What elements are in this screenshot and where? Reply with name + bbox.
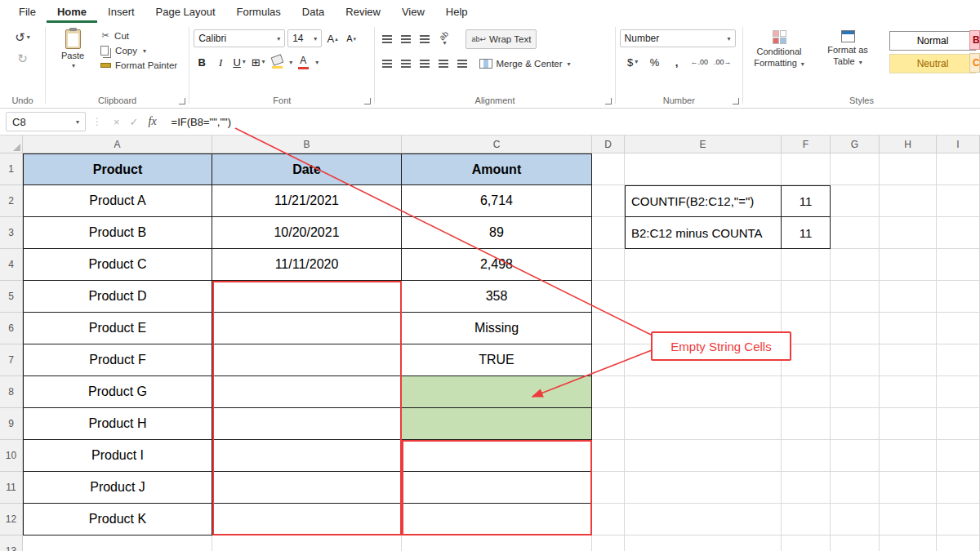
merge-center-button[interactable]: Merge & Center▾ — [474, 55, 575, 73]
insert-function-icon[interactable]: fx — [149, 115, 157, 128]
cell-G13[interactable] — [831, 535, 880, 551]
cell-D11[interactable] — [592, 472, 625, 504]
cell-I12[interactable] — [937, 504, 980, 535]
row-header-12[interactable]: 12 — [0, 504, 23, 535]
enter-icon[interactable]: ✓ — [130, 116, 139, 128]
cell-F13[interactable] — [782, 535, 831, 551]
cell-D1[interactable] — [592, 153, 625, 185]
align-center-button[interactable] — [398, 55, 414, 73]
cell-I11[interactable] — [937, 472, 980, 504]
tab-file[interactable]: File — [8, 0, 47, 23]
cell-E9[interactable] — [625, 408, 782, 440]
formula-input[interactable]: =IF(B8="","") — [172, 116, 231, 128]
cell-F1[interactable] — [782, 153, 831, 185]
cell-I3[interactable] — [937, 217, 980, 249]
cell-A4[interactable]: Product C — [23, 249, 212, 281]
percent-style-button[interactable]: % — [647, 53, 663, 71]
cell-C3[interactable]: 89 — [402, 217, 592, 249]
cell-A5[interactable]: Product D — [23, 281, 212, 313]
cell-I2[interactable] — [937, 185, 980, 217]
column-header-F[interactable]: F — [782, 136, 831, 153]
cell-C13[interactable] — [402, 535, 592, 551]
clipboard-dialog-launcher-icon[interactable] — [179, 98, 185, 104]
fill-color-button[interactable] — [269, 53, 285, 71]
cell-C10[interactable] — [402, 440, 592, 472]
row-header-8[interactable]: 8 — [0, 376, 23, 408]
cell-F2[interactable]: 11 — [782, 185, 831, 217]
cell-I1[interactable] — [937, 153, 980, 185]
cell-G11[interactable] — [831, 472, 880, 504]
cell-D8[interactable] — [592, 376, 625, 408]
font-name-select[interactable]: Calibri▾ — [194, 29, 285, 47]
cell-D12[interactable] — [592, 504, 625, 535]
font-dialog-launcher-icon[interactable] — [364, 98, 371, 104]
cell-C2[interactable]: 6,714 — [402, 185, 592, 217]
decrease-decimal-button[interactable]: .00→ — [714, 53, 732, 71]
cell-A12[interactable]: Product K — [23, 504, 212, 535]
cell-G4[interactable] — [831, 249, 880, 281]
column-header-G[interactable]: G — [831, 136, 880, 153]
cell-B10[interactable] — [212, 440, 402, 472]
cell-E4[interactable] — [625, 249, 782, 281]
cell-G3[interactable] — [831, 217, 880, 249]
row-header-4[interactable]: 4 — [0, 249, 23, 281]
underline-button[interactable]: U▾ — [231, 53, 247, 71]
cell-H2[interactable] — [880, 185, 937, 217]
cell-H4[interactable] — [880, 249, 937, 281]
cell-I4[interactable] — [937, 249, 980, 281]
tab-view[interactable]: View — [391, 0, 435, 23]
cell-B6[interactable] — [212, 313, 402, 344]
cell-E5[interactable] — [625, 281, 782, 313]
orientation-button[interactable]: ab▾ — [435, 30, 452, 48]
cell-H6[interactable] — [880, 313, 937, 344]
tab-home[interactable]: Home — [47, 0, 97, 23]
cell-E2[interactable]: COUNTIF(B2:C12,"=") — [625, 185, 782, 217]
increase-indent-button[interactable] — [454, 55, 470, 73]
cell-C7[interactable]: TRUE — [402, 344, 592, 376]
row-header-1[interactable]: 1 — [0, 153, 23, 185]
column-header-A[interactable]: A — [23, 136, 212, 153]
cell-D4[interactable] — [592, 249, 625, 281]
cell-style-calculation-partial[interactable]: C — [969, 53, 980, 73]
tab-insert[interactable]: Insert — [97, 0, 145, 23]
format-painter-button[interactable]: Format Painter — [100, 60, 177, 70]
cell-D13[interactable] — [592, 535, 625, 551]
cell-A7[interactable]: Product F — [23, 344, 212, 376]
cell-F8[interactable] — [782, 376, 831, 408]
format-as-table-button[interactable]: Format as Table ▾ — [816, 28, 880, 94]
cell-E13[interactable] — [625, 535, 782, 551]
row-header-5[interactable]: 5 — [0, 281, 23, 313]
borders-button[interactable]: ⊞▾ — [250, 53, 266, 71]
cell-D5[interactable] — [592, 281, 625, 313]
cell-B1[interactable]: Date — [212, 153, 402, 185]
cell-G10[interactable] — [831, 440, 880, 472]
cell-B12[interactable] — [212, 504, 402, 535]
cell-A8[interactable]: Product G — [23, 376, 212, 408]
column-header-I[interactable]: I — [937, 136, 980, 153]
increase-font-size-button[interactable]: A▴ — [324, 29, 341, 47]
tab-review[interactable]: Review — [335, 0, 391, 23]
align-bottom-button[interactable] — [416, 30, 433, 48]
cell-H9[interactable] — [880, 408, 937, 440]
number-format-select[interactable]: Number▾ — [620, 29, 736, 47]
column-header-D[interactable]: D — [592, 136, 625, 153]
cell-C11[interactable] — [402, 472, 592, 504]
cell-I10[interactable] — [937, 440, 980, 472]
conditional-formatting-button[interactable]: Conditional Formatting ▾ — [747, 28, 811, 94]
font-color-button[interactable]: A — [295, 53, 311, 71]
cell-H1[interactable] — [880, 153, 937, 185]
cell-I7[interactable] — [937, 344, 980, 376]
align-right-button[interactable] — [416, 55, 433, 73]
cell-A13[interactable] — [23, 535, 212, 551]
cell-A3[interactable]: Product B — [23, 217, 212, 249]
cell-G9[interactable] — [831, 408, 880, 440]
cell-E3[interactable]: B2:C12 minus COUNTA — [625, 217, 782, 249]
tab-help[interactable]: Help — [435, 0, 479, 23]
decrease-indent-button[interactable] — [435, 55, 452, 73]
cell-D3[interactable] — [592, 217, 625, 249]
cell-D6[interactable] — [592, 313, 625, 344]
cell-B7[interactable] — [212, 344, 402, 376]
number-dialog-launcher-icon[interactable] — [733, 98, 739, 104]
cell-G12[interactable] — [831, 504, 880, 535]
alignment-dialog-launcher-icon[interactable] — [605, 98, 612, 104]
